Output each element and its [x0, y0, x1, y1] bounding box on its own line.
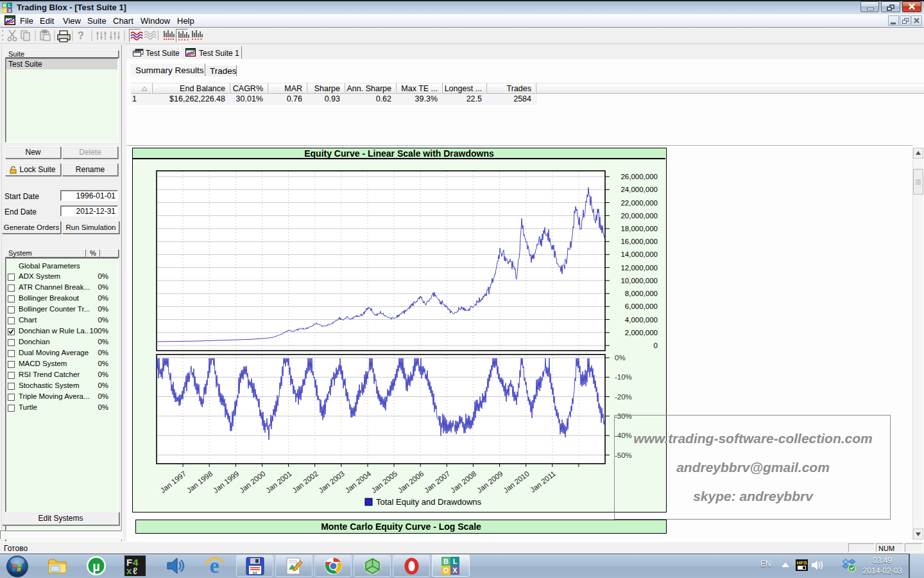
svg-text:L: L — [8, 3, 12, 8]
svg-text:Jan 2010: Jan 2010 — [502, 469, 531, 495]
svg-text:Jan 2011: Jan 2011 — [529, 469, 557, 494]
svg-text:Jan 1997: Jan 1997 — [159, 469, 188, 495]
svg-text:Jan 2005: Jan 2005 — [370, 469, 399, 495]
svg-text:O: O — [3, 8, 6, 13]
svg-text:Jan 2001: Jan 2001 — [264, 469, 293, 495]
svg-text:16,000,000: 16,000,000 — [620, 238, 658, 245]
svg-text:µ: µ — [92, 559, 100, 574]
svg-text:0%: 0% — [615, 354, 626, 362]
svg-text:22,000,000: 22,000,000 — [620, 199, 658, 207]
svg-text:B: B — [443, 557, 449, 565]
svg-text:-10%: -10% — [615, 373, 632, 381]
svg-text:Jan 2008: Jan 2008 — [449, 469, 478, 495]
svg-text:Jan 2004: Jan 2004 — [344, 469, 373, 495]
svg-text:Jan 2006: Jan 2006 — [397, 469, 425, 495]
svg-text:6,000,000: 6,000,000 — [625, 302, 658, 310]
svg-text:Jan 2003: Jan 2003 — [317, 469, 346, 495]
svg-text:64: 64 — [253, 571, 257, 575]
svg-text:-20%: -20% — [615, 393, 632, 401]
svg-text:X: X — [452, 566, 458, 574]
svg-text:Total Equity and Drawdowns: Total Equity and Drawdowns — [376, 497, 482, 507]
svg-text:Jan 1999: Jan 1999 — [212, 469, 241, 495]
svg-text:24,000,000: 24,000,000 — [620, 186, 658, 193]
svg-text:HFS: HFS — [797, 560, 808, 566]
svg-text:ℓ: ℓ — [133, 565, 137, 576]
svg-text:O: O — [443, 566, 449, 574]
svg-text:10,000,000: 10,000,000 — [620, 277, 658, 285]
svg-text:Jan 2002: Jan 2002 — [291, 469, 320, 495]
svg-text:14,000,000: 14,000,000 — [620, 250, 658, 258]
svg-text:4,000,000: 4,000,000 — [625, 316, 658, 324]
svg-text:Jan 1998: Jan 1998 — [185, 469, 214, 495]
svg-text:X: X — [8, 8, 12, 13]
svg-text:18,000,000: 18,000,000 — [620, 225, 658, 232]
svg-text:Jan 2000: Jan 2000 — [238, 469, 267, 495]
svg-text:2,000,000: 2,000,000 — [625, 329, 658, 337]
svg-text:B: B — [3, 3, 6, 8]
svg-text:0: 0 — [654, 342, 658, 349]
svg-text:?: ? — [78, 30, 84, 41]
svg-text:L: L — [453, 557, 458, 565]
svg-text:x: x — [126, 565, 132, 576]
svg-text:20,000,000: 20,000,000 — [620, 212, 658, 220]
svg-text:8,000,000: 8,000,000 — [625, 290, 658, 297]
svg-text:Jan 2007: Jan 2007 — [423, 469, 452, 495]
svg-text:Jan 2009: Jan 2009 — [475, 469, 504, 495]
svg-text:26,000,000: 26,000,000 — [620, 173, 658, 180]
svg-text:12,000,000: 12,000,000 — [620, 264, 658, 272]
